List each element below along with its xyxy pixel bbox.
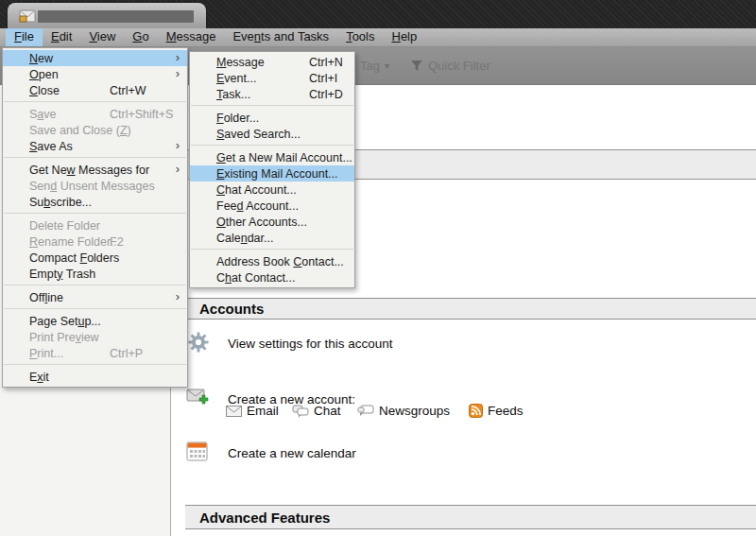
menu-item-event[interactable]: Event...Ctrl+I — [190, 70, 354, 86]
menu-item-page-setup[interactable]: Page Setup... — [3, 313, 187, 329]
menubar-item-edit[interactable]: Edit — [43, 28, 80, 46]
menu-item-shortcut: Ctrl+N — [309, 56, 343, 69]
menu-item-address-book-contact[interactable]: Address Book Contact... — [190, 253, 354, 269]
create-email-link[interactable]: Email — [226, 404, 279, 418]
menubar-item-help[interactable]: Help — [383, 28, 425, 46]
mail-icon — [19, 9, 36, 23]
menubar-item-view[interactable]: View — [80, 28, 124, 46]
menu-item-saved-search[interactable]: Saved Search... — [190, 126, 354, 142]
menu-item-label: Close — [29, 84, 60, 97]
thunderbird-tab[interactable] — [8, 3, 206, 28]
menu-item-save-as[interactable]: Save As› — [3, 138, 187, 154]
email-icon — [226, 406, 242, 417]
menu-item-existing-mail-account[interactable]: Existing Mail Account... — [190, 165, 354, 182]
view-account-settings-link[interactable]: View settings for this account — [228, 337, 393, 351]
menu-separator — [4, 364, 186, 365]
menu-item-label: Subscribe... — [29, 196, 92, 209]
menubar-item-go[interactable]: Go — [124, 28, 157, 46]
menu-item-label: Address Book Contact... — [216, 255, 344, 268]
menu-item-send-unsent-messages[interactable]: Send Unsent Messages — [3, 178, 187, 194]
menu-item-shortcut: Ctrl+D — [309, 88, 343, 101]
submenu-arrow-icon: › — [176, 50, 180, 64]
menubar-item-tools[interactable]: Tools — [337, 28, 383, 46]
menu-item-shortcut: Ctrl+I — [309, 72, 337, 85]
create-calendar-link[interactable]: Create a new calendar — [228, 446, 356, 460]
menu-item-empty-trash[interactable]: Empty Trash — [3, 266, 187, 282]
menu-item-calendar[interactable]: Calendar... — [190, 230, 354, 246]
tab-bar — [0, 0, 756, 28]
menu-item-label: Rename Folder... — [29, 235, 120, 249]
menubar-item-file[interactable]: File — [6, 28, 43, 46]
new-submenu-popup: MessageCtrl+NEvent...Ctrl+ITask...Ctrl+D… — [189, 51, 355, 288]
menu-item-label: Chat Account... — [216, 183, 297, 197]
file-menu-popup: New›Open›CloseCtrl+WSaveCtrl+Shift+SSave… — [2, 47, 188, 388]
menubar-item-events-and-tasks[interactable]: Events and Tasks — [224, 28, 337, 46]
menu-separator — [191, 105, 353, 106]
tab-title-placeholder — [38, 10, 194, 23]
create-chat-link[interactable]: Chat — [292, 404, 341, 418]
menu-item-save-and-close-z[interactable]: Save and Close (Z) — [3, 122, 187, 138]
funnel-icon — [410, 60, 423, 72]
menu-item-label: Other Accounts... — [216, 216, 307, 229]
menu-item-close[interactable]: CloseCtrl+W — [3, 82, 187, 98]
menu-item-print[interactable]: Print...Ctrl+P — [3, 345, 187, 361]
menu-item-subscribe[interactable]: Subscribe... — [3, 194, 187, 210]
chat-icon — [292, 405, 309, 418]
menu-item-folder[interactable]: Folder... — [190, 110, 354, 126]
menu-item-other-accounts[interactable]: Other Accounts... — [190, 214, 354, 230]
menu-separator — [4, 308, 186, 309]
account-link-label: Feeds — [488, 404, 524, 418]
create-newsgroups-link[interactable]: Newsgroups — [357, 404, 450, 418]
menu-item-offline[interactable]: Offline› — [3, 289, 187, 305]
menu-separator — [191, 249, 353, 250]
menu-item-label: Calendar... — [216, 232, 273, 245]
feeds-icon — [469, 404, 483, 418]
menu-item-chat-account[interactable]: Chat Account... — [190, 182, 354, 198]
menu-item-shortcut: F2 — [110, 235, 124, 249]
tag-button[interactable]: Tag ▾ — [360, 59, 389, 73]
menu-item-label: Offline — [29, 291, 63, 304]
menu-item-print-preview[interactable]: Print Preview — [3, 329, 187, 345]
menu-separator — [4, 157, 186, 158]
menu-item-rename-folder[interactable]: Rename Folder...F2 — [3, 233, 187, 250]
menu-item-label: Send Unsent Messages — [29, 180, 155, 193]
calendar-icon — [186, 441, 208, 465]
account-link-label: Chat — [314, 404, 341, 418]
menu-item-label: Task... — [216, 88, 250, 101]
menu-item-label: Folder... — [216, 112, 259, 125]
menu-item-label: Save As — [29, 140, 73, 153]
menu-item-chat-contact[interactable]: Chat Contact... — [190, 269, 354, 285]
menu-item-shortcut: Ctrl+P — [110, 347, 143, 360]
menu-item-compact-folders[interactable]: Compact Folders — [3, 250, 187, 266]
gear-icon — [187, 331, 210, 357]
menu-item-label: Save — [29, 108, 57, 121]
create-feeds-link[interactable]: Feeds — [469, 404, 524, 418]
submenu-arrow-icon: › — [176, 66, 180, 80]
menu-item-delete-folder[interactable]: Delete Folder — [3, 217, 187, 233]
menubar-item-message[interactable]: Message — [158, 28, 225, 46]
quick-filter-button[interactable]: Quick Filter — [410, 59, 490, 73]
advanced-features-heading: Advanced Features — [185, 505, 756, 529]
menu-item-label: Page Setup... — [29, 315, 101, 328]
menu-item-message[interactable]: MessageCtrl+N — [190, 54, 354, 70]
menu-item-task[interactable]: Task...Ctrl+D — [190, 86, 354, 102]
menubar: FileEditViewGoMessageEvents and TasksToo… — [0, 28, 756, 47]
menu-item-get-new-messages-for[interactable]: Get New Messages for› — [3, 162, 187, 178]
menu-item-exit[interactable]: Exit — [3, 369, 187, 385]
account-link-label: Email — [247, 404, 279, 418]
menu-item-label: Exit — [29, 371, 49, 384]
menu-item-label: Empty Trash — [29, 268, 95, 281]
chevron-down-icon: ▾ — [385, 61, 389, 71]
account-type-links: EmailChatNewsgroupsFeeds — [172, 404, 756, 424]
menu-item-label: Compact Folders — [29, 251, 119, 265]
menu-separator — [4, 213, 186, 214]
menu-item-get-a-new-mail-account[interactable]: Get a New Mail Account... — [190, 149, 354, 165]
menu-item-save[interactable]: SaveCtrl+Shift+S — [3, 106, 187, 122]
menu-item-label: Delete Folder — [29, 219, 100, 233]
newsgroups-icon — [357, 405, 374, 417]
menu-item-feed-account[interactable]: Feed Account... — [190, 198, 354, 214]
menu-item-open[interactable]: Open› — [3, 66, 187, 82]
advanced-heading-label: Advanced Features — [199, 510, 330, 526]
quick-filter-label: Quick Filter — [428, 59, 490, 73]
menu-item-new[interactable]: New› — [3, 50, 187, 66]
